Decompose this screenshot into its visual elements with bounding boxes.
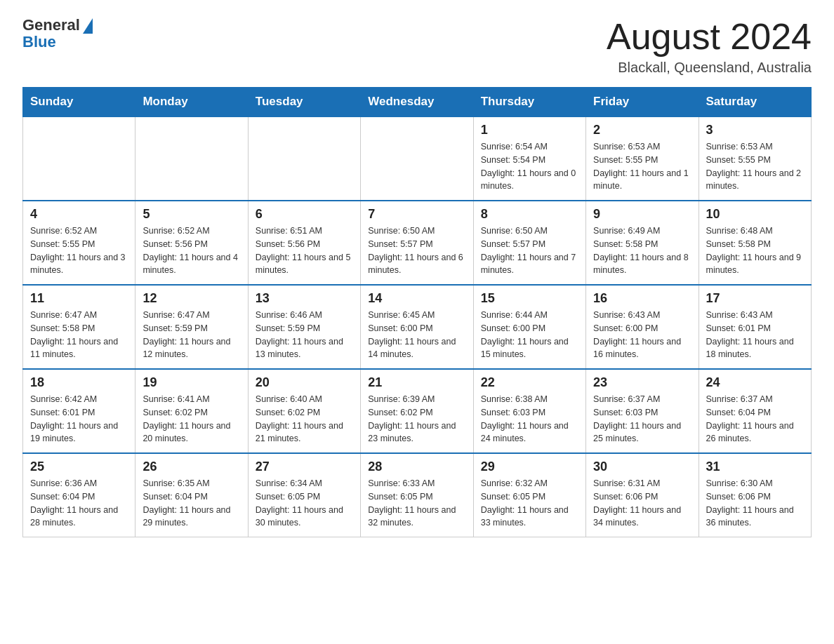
- day-number: 7: [368, 207, 465, 222]
- week-row-1: 1Sunrise: 6:54 AM Sunset: 5:54 PM Daylig…: [23, 116, 812, 201]
- day-info: Sunrise: 6:38 AM Sunset: 6:03 PM Dayligh…: [481, 393, 578, 445]
- day-info: Sunrise: 6:41 AM Sunset: 6:02 PM Dayligh…: [143, 393, 240, 445]
- day-info: Sunrise: 6:39 AM Sunset: 6:02 PM Dayligh…: [368, 393, 465, 445]
- calendar-cell: [361, 116, 473, 201]
- calendar-cell: 19Sunrise: 6:41 AM Sunset: 6:02 PM Dayli…: [135, 369, 248, 453]
- day-info: Sunrise: 6:42 AM Sunset: 6:01 PM Dayligh…: [30, 393, 128, 445]
- calendar-cell: 28Sunrise: 6:33 AM Sunset: 6:05 PM Dayli…: [361, 453, 473, 537]
- weekday-header-sunday: Sunday: [23, 88, 135, 117]
- calendar-cell: [248, 116, 360, 201]
- day-number: 23: [593, 375, 691, 390]
- calendar-cell: 31Sunrise: 6:30 AM Sunset: 6:06 PM Dayli…: [699, 453, 811, 537]
- calendar-cell: 20Sunrise: 6:40 AM Sunset: 6:02 PM Dayli…: [248, 369, 360, 453]
- day-info: Sunrise: 6:54 AM Sunset: 5:54 PM Dayligh…: [481, 140, 578, 193]
- day-number: 16: [593, 291, 691, 306]
- calendar-cell: 17Sunrise: 6:43 AM Sunset: 6:01 PM Dayli…: [699, 285, 811, 369]
- day-info: Sunrise: 6:50 AM Sunset: 5:57 PM Dayligh…: [368, 224, 465, 277]
- week-row-4: 18Sunrise: 6:42 AM Sunset: 6:01 PM Dayli…: [23, 369, 812, 453]
- logo-blue: Blue: [22, 34, 56, 51]
- calendar-cell: [23, 116, 135, 201]
- logo-triangle-icon: [83, 18, 93, 34]
- day-number: 15: [481, 291, 578, 306]
- day-info: Sunrise: 6:43 AM Sunset: 6:00 PM Dayligh…: [593, 309, 691, 361]
- day-info: Sunrise: 6:47 AM Sunset: 5:59 PM Dayligh…: [143, 309, 240, 361]
- weekday-header-friday: Friday: [586, 88, 699, 117]
- day-info: Sunrise: 6:37 AM Sunset: 6:04 PM Dayligh…: [706, 393, 804, 445]
- calendar-cell: 23Sunrise: 6:37 AM Sunset: 6:03 PM Dayli…: [586, 369, 699, 453]
- calendar-cell: 18Sunrise: 6:42 AM Sunset: 6:01 PM Dayli…: [23, 369, 135, 453]
- calendar-cell: 8Sunrise: 6:50 AM Sunset: 5:57 PM Daylig…: [473, 201, 585, 285]
- week-row-3: 11Sunrise: 6:47 AM Sunset: 5:58 PM Dayli…: [23, 285, 812, 369]
- day-info: Sunrise: 6:48 AM Sunset: 5:58 PM Dayligh…: [706, 224, 804, 277]
- day-number: 19: [143, 375, 240, 390]
- calendar-cell: 9Sunrise: 6:49 AM Sunset: 5:58 PM Daylig…: [586, 201, 699, 285]
- week-row-5: 25Sunrise: 6:36 AM Sunset: 6:04 PM Dayli…: [23, 453, 812, 537]
- day-number: 8: [481, 207, 578, 222]
- page-header: General Blue August 2024 Blackall, Queen…: [22, 17, 812, 76]
- day-number: 24: [706, 375, 804, 390]
- calendar-table: SundayMondayTuesdayWednesdayThursdayFrid…: [22, 87, 812, 537]
- day-number: 31: [706, 459, 804, 474]
- day-number: 22: [481, 375, 578, 390]
- day-number: 3: [706, 123, 804, 137]
- day-number: 30: [593, 459, 691, 474]
- day-number: 25: [30, 459, 128, 474]
- week-row-2: 4Sunrise: 6:52 AM Sunset: 5:55 PM Daylig…: [23, 201, 812, 285]
- weekday-header-row: SundayMondayTuesdayWednesdayThursdayFrid…: [23, 88, 812, 117]
- day-number: 11: [30, 291, 128, 306]
- day-info: Sunrise: 6:52 AM Sunset: 5:56 PM Dayligh…: [143, 224, 240, 277]
- month-title: August 2024: [607, 17, 812, 57]
- day-info: Sunrise: 6:46 AM Sunset: 5:59 PM Dayligh…: [256, 309, 353, 361]
- calendar-cell: 27Sunrise: 6:34 AM Sunset: 6:05 PM Dayli…: [248, 453, 360, 537]
- day-number: 9: [593, 207, 691, 222]
- day-number: 6: [256, 207, 353, 222]
- calendar-cell: 4Sunrise: 6:52 AM Sunset: 5:55 PM Daylig…: [23, 201, 135, 285]
- day-info: Sunrise: 6:49 AM Sunset: 5:58 PM Dayligh…: [593, 224, 691, 277]
- calendar-cell: 29Sunrise: 6:32 AM Sunset: 6:05 PM Dayli…: [473, 453, 585, 537]
- weekday-header-monday: Monday: [135, 88, 248, 117]
- calendar-cell: 15Sunrise: 6:44 AM Sunset: 6:00 PM Dayli…: [473, 285, 585, 369]
- day-info: Sunrise: 6:30 AM Sunset: 6:06 PM Dayligh…: [706, 477, 804, 530]
- calendar-cell: 22Sunrise: 6:38 AM Sunset: 6:03 PM Dayli…: [473, 369, 585, 453]
- title-block: August 2024 Blackall, Queensland, Austra…: [607, 17, 812, 76]
- day-number: 14: [368, 291, 465, 306]
- day-info: Sunrise: 6:36 AM Sunset: 6:04 PM Dayligh…: [30, 477, 128, 530]
- day-number: 17: [706, 291, 804, 306]
- day-number: 5: [143, 207, 240, 222]
- weekday-header-wednesday: Wednesday: [361, 88, 473, 117]
- weekday-header-thursday: Thursday: [473, 88, 585, 117]
- day-info: Sunrise: 6:35 AM Sunset: 6:04 PM Dayligh…: [143, 477, 240, 530]
- calendar-cell: 7Sunrise: 6:50 AM Sunset: 5:57 PM Daylig…: [361, 201, 473, 285]
- day-info: Sunrise: 6:37 AM Sunset: 6:03 PM Dayligh…: [593, 393, 691, 445]
- logo: General Blue: [22, 17, 93, 51]
- day-info: Sunrise: 6:34 AM Sunset: 6:05 PM Dayligh…: [256, 477, 353, 530]
- day-number: 4: [30, 207, 128, 222]
- day-number: 13: [256, 291, 353, 306]
- calendar-cell: 13Sunrise: 6:46 AM Sunset: 5:59 PM Dayli…: [248, 285, 360, 369]
- day-info: Sunrise: 6:50 AM Sunset: 5:57 PM Dayligh…: [481, 224, 578, 277]
- day-number: 2: [593, 123, 691, 137]
- calendar-cell: 12Sunrise: 6:47 AM Sunset: 5:59 PM Dayli…: [135, 285, 248, 369]
- day-info: Sunrise: 6:47 AM Sunset: 5:58 PM Dayligh…: [30, 309, 128, 361]
- day-number: 29: [481, 459, 578, 474]
- day-number: 26: [143, 459, 240, 474]
- calendar-cell: 21Sunrise: 6:39 AM Sunset: 6:02 PM Dayli…: [361, 369, 473, 453]
- day-info: Sunrise: 6:51 AM Sunset: 5:56 PM Dayligh…: [256, 224, 353, 277]
- calendar-cell: 3Sunrise: 6:53 AM Sunset: 5:55 PM Daylig…: [699, 116, 811, 201]
- day-info: Sunrise: 6:44 AM Sunset: 6:00 PM Dayligh…: [481, 309, 578, 361]
- day-number: 20: [256, 375, 353, 390]
- calendar-cell: 6Sunrise: 6:51 AM Sunset: 5:56 PM Daylig…: [248, 201, 360, 285]
- day-info: Sunrise: 6:45 AM Sunset: 6:00 PM Dayligh…: [368, 309, 465, 361]
- calendar-cell: 14Sunrise: 6:45 AM Sunset: 6:00 PM Dayli…: [361, 285, 473, 369]
- day-info: Sunrise: 6:53 AM Sunset: 5:55 PM Dayligh…: [706, 140, 804, 193]
- calendar-cell: 10Sunrise: 6:48 AM Sunset: 5:58 PM Dayli…: [699, 201, 811, 285]
- calendar-cell: 26Sunrise: 6:35 AM Sunset: 6:04 PM Dayli…: [135, 453, 248, 537]
- logo-general: General: [22, 17, 80, 34]
- calendar-cell: 30Sunrise: 6:31 AM Sunset: 6:06 PM Dayli…: [586, 453, 699, 537]
- day-info: Sunrise: 6:31 AM Sunset: 6:06 PM Dayligh…: [593, 477, 691, 530]
- calendar-cell: 25Sunrise: 6:36 AM Sunset: 6:04 PM Dayli…: [23, 453, 135, 537]
- calendar-cell: [135, 116, 248, 201]
- calendar-cell: 11Sunrise: 6:47 AM Sunset: 5:58 PM Dayli…: [23, 285, 135, 369]
- location-title: Blackall, Queensland, Australia: [607, 60, 812, 76]
- day-number: 10: [706, 207, 804, 222]
